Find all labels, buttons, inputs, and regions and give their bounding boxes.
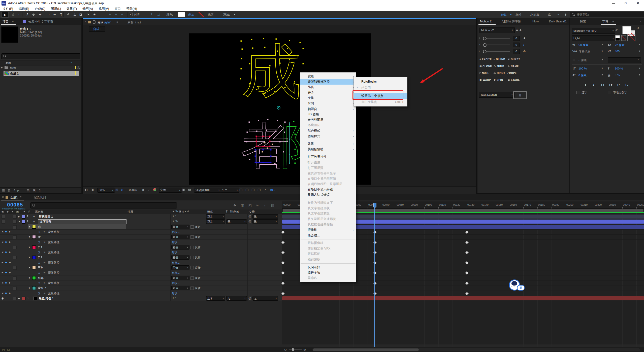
- exposure-reset-icon[interactable]: ◔: [264, 188, 266, 192]
- new-folder-icon[interactable]: ▤: [27, 189, 29, 192]
- graph-icon[interactable]: ∿: [43, 230, 46, 233]
- timeline-row-mask-path[interactable]: ◀◆▶◷∿蒙版路径形状...: [0, 291, 282, 296]
- expand-layer-switches-icon[interactable]: ◳: [2, 348, 5, 351]
- snapshot-camera-icon[interactable]: ◉: [142, 188, 144, 192]
- zoom-out-icon[interactable]: ⊖: [284, 348, 287, 351]
- panel-menu-icon[interactable]: ≡: [12, 20, 14, 23]
- grid-guides-icon[interactable]: ⊞: [115, 188, 118, 192]
- task-dropdown[interactable]: Task Launch∨: [479, 92, 514, 98]
- slider-knob-2[interactable]: [483, 43, 487, 47]
- shape-value-link[interactable]: 形状...: [172, 230, 180, 234]
- resolution-dropdown[interactable]: 完整∨: [159, 188, 182, 193]
- context-menu-item-14[interactable]: 打开效果控件: [300, 154, 356, 160]
- viewer-subtab[interactable]: 合成1: [89, 26, 105, 32]
- graph-icon[interactable]: ∿: [43, 261, 46, 264]
- keyframe-diamond[interactable]: [465, 251, 469, 254]
- pan-behind-tool[interactable]: ✛: [37, 12, 43, 17]
- pen-tool[interactable]: ✒: [51, 12, 58, 17]
- expander-icon[interactable]: ▶: [18, 215, 20, 218]
- submenu-item-0[interactable]: RotoBezier: [354, 79, 407, 85]
- stroke-swatch[interactable]: [198, 12, 204, 17]
- pickwhip-icon[interactable]: @: [248, 215, 251, 218]
- keyframe-diamond[interactable]: [465, 241, 469, 244]
- invert-checkbox[interactable]: [190, 276, 194, 280]
- context-menu-item-6[interactable]: 帧混合›: [300, 107, 356, 112]
- tool-clone[interactable]: ⊡ CLONE: [479, 65, 492, 68]
- tsume-value[interactable]: 0 %: [615, 74, 620, 77]
- next-keyframe-icon[interactable]: ▶: [9, 271, 11, 274]
- mask-color-swatch[interactable]: [32, 276, 36, 280]
- type-style-button-0[interactable]: T: [585, 83, 587, 87]
- menubar-item-5[interactable]: 动画(A): [80, 7, 96, 11]
- next-keyframe-icon[interactable]: ▶: [9, 292, 11, 294]
- timeline-search-input[interactable]: [30, 202, 177, 208]
- expander-icon[interactable]: ▼: [28, 256, 30, 259]
- brush-tool[interactable]: ✐: [65, 12, 72, 17]
- view-dropdown[interactable]: 活动摄像机∨: [194, 188, 221, 193]
- slider-value-1[interactable]: 0: [513, 36, 520, 41]
- keyframe-diamond[interactable]: [373, 230, 377, 234]
- motion-tab-0[interactable]: Motion 2: [480, 20, 492, 23]
- eye-icon[interactable]: ◉: [2, 297, 4, 300]
- keyframe-diamond[interactable]: [373, 292, 377, 295]
- property-name[interactable]: 蒙版路径: [48, 261, 59, 265]
- layer-name[interactable]: 黑色 纯色 1: [39, 297, 54, 300]
- sort-arrow-icon[interactable]: ▲: [70, 61, 72, 64]
- mode-dropdown[interactable]: 正常∨: [206, 296, 225, 301]
- hand-tool[interactable]: ☝: [10, 12, 16, 17]
- invert-checkbox[interactable]: [190, 235, 194, 239]
- next-keyframe-icon[interactable]: ▶: [9, 281, 11, 284]
- trkmat-dropdown[interactable]: 无∨: [226, 219, 247, 224]
- expander-icon[interactable]: ▼: [28, 246, 30, 249]
- selection-tool[interactable]: ▶: [2, 12, 9, 18]
- stroke-style-dropdown[interactable]: [608, 57, 641, 63]
- timeline-row-成[interactable]: ▼成差值∨反转: [0, 224, 282, 230]
- context-menu-item-5[interactable]: 时间›: [300, 101, 356, 107]
- context-menu-item-1[interactable]: 蒙版和形状路径›: [300, 79, 356, 85]
- tool-name[interactable]: ✎ NAME: [508, 65, 519, 68]
- next-keyframe-icon[interactable]: ▶: [9, 241, 11, 243]
- menubar-item-1[interactable]: 编辑(E): [16, 7, 32, 11]
- project-row-合成 1[interactable]: 合成 1: [0, 71, 81, 76]
- action-excite[interactable]: + EXCITE: [479, 58, 492, 61]
- dropdown-arrow-icon[interactable]: ▼: [601, 50, 603, 52]
- current-timecode[interactable]: 00065: [7, 202, 23, 208]
- expand-modes-icon[interactable]: ◱: [7, 348, 10, 351]
- fill-swatch[interactable]: [178, 12, 185, 17]
- mask-name[interactable]: 者: [38, 235, 41, 239]
- motion-tab-2[interactable]: Flow: [532, 20, 539, 23]
- timeline-row-mask-path[interactable]: ◀◆▶◷∿蒙版路径形状...: [0, 260, 282, 265]
- next-keyframe-icon[interactable]: ▶: [9, 261, 11, 264]
- parent-header[interactable]: 父级: [249, 210, 255, 214]
- workspace-3[interactable]: 库: [548, 13, 551, 17]
- keyframe-diamond[interactable]: [373, 271, 377, 275]
- keyframe-indicator-icon[interactable]: ◆: [5, 230, 7, 233]
- stopwatch-icon[interactable]: ◷: [38, 251, 40, 254]
- layer-name[interactable]: 形状图层 1: [39, 215, 53, 219]
- expander-icon[interactable]: ▼: [28, 236, 30, 238]
- prev-keyframe-icon[interactable]: ◀: [2, 241, 3, 243]
- property-name[interactable]: 蒙版路径: [48, 292, 59, 295]
- magnification-dropdown[interactable]: 50%∨: [97, 188, 115, 193]
- context-menu-item-27[interactable]: 摄像机›: [300, 227, 356, 233]
- workspace-settings-icon[interactable]: ✻: [563, 12, 568, 17]
- timeline-row-mask-path[interactable]: ◀◆▶◷∿蒙版路径形状...: [0, 240, 282, 245]
- context-menu-item-7[interactable]: 3D 图层: [300, 112, 356, 117]
- tool-stare[interactable]: ◉ STARE: [508, 79, 520, 81]
- crosshair-icon[interactable]: ✛: [150, 12, 153, 16]
- project-row-纯色[interactable]: ▶纯色品: [0, 65, 81, 71]
- panel-menu-icon[interactable]: ≡: [116, 20, 118, 24]
- keyframe-indicator-icon[interactable]: ◆: [5, 261, 7, 264]
- timeline-row-mask-path[interactable]: ◀◆▶◷∿蒙版路径形状...: [0, 270, 282, 275]
- context-menu-item-13[interactable]: 关键帧辅助›: [300, 147, 356, 152]
- stopwatch-icon[interactable]: ◷: [38, 261, 40, 264]
- updown-icon[interactable]: ↕: [523, 43, 525, 46]
- property-name[interactable]: 蒙版路径: [48, 271, 59, 275]
- timeline-row-mask-path[interactable]: ◀◆▶◷∿蒙版路径形状...: [0, 229, 282, 235]
- next-keyframe-icon[interactable]: ▶: [9, 251, 11, 253]
- stroke-width-value[interactable]: -: [578, 58, 579, 61]
- tracking-value[interactable]: 400: [615, 50, 620, 53]
- action-burst[interactable]: ✳ BURST: [508, 58, 520, 61]
- add-shape-icon[interactable]: ◑: [233, 12, 235, 16]
- comment-header[interactable]: 注释: [127, 210, 133, 214]
